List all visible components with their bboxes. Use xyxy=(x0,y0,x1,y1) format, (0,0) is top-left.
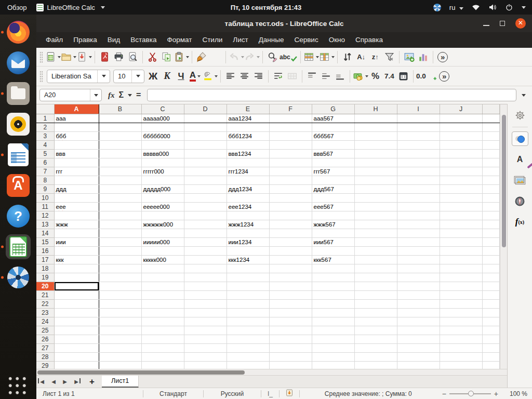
cell-A8[interactable] xyxy=(54,176,99,184)
cell-A16[interactable] xyxy=(54,246,99,255)
sort-button[interactable] xyxy=(340,50,354,64)
cell-D27[interactable] xyxy=(184,343,227,352)
undo-button[interactable] xyxy=(229,50,244,64)
cell-H6[interactable] xyxy=(354,158,397,167)
cell-F24[interactable] xyxy=(269,317,312,326)
cell-D3[interactable] xyxy=(184,131,227,140)
cell-I6[interactable] xyxy=(397,158,440,167)
language-indicator[interactable]: Русский xyxy=(204,390,261,397)
sidebar-navigator-icon[interactable] xyxy=(512,194,528,208)
cell-E1[interactable]: aaa1234 xyxy=(227,114,269,123)
cell-E28[interactable] xyxy=(227,352,269,361)
zoom-level[interactable]: 100 % xyxy=(503,390,532,397)
cell-A20[interactable] xyxy=(54,282,99,290)
cell-D2[interactable] xyxy=(184,123,227,131)
find-replace-button[interactable] xyxy=(265,50,280,64)
cell-C23[interactable] xyxy=(141,308,184,317)
cell-A10[interactable] xyxy=(54,193,99,202)
col-header-I[interactable]: I xyxy=(397,104,440,114)
cell-J19[interactable] xyxy=(440,273,482,282)
cell-G13[interactable]: жжж567 xyxy=(312,220,354,229)
zoom-out-icon[interactable]: − xyxy=(442,390,446,398)
col-header-F[interactable]: F xyxy=(269,104,312,114)
align-center-button[interactable] xyxy=(237,69,251,84)
spreadsheet-grid[interactable]: ABCDEFGHIJ1aaaaaaaa000aaa1234aaa56723ббб… xyxy=(36,104,500,369)
cell-G1[interactable]: aaa567 xyxy=(312,114,354,123)
cell-B24[interactable] xyxy=(99,317,141,326)
cell-C1[interactable]: aaaaa000 xyxy=(141,114,184,123)
cell-C6[interactable] xyxy=(141,158,184,167)
row-header-28[interactable]: 28 xyxy=(36,352,54,361)
clone-formatting-button[interactable] xyxy=(195,50,209,64)
cell-D20[interactable] xyxy=(184,282,227,290)
cell-E10[interactable] xyxy=(227,193,269,202)
cell-F2[interactable] xyxy=(269,123,312,131)
copy-button[interactable] xyxy=(159,50,174,64)
row-header-6[interactable]: 6 xyxy=(36,158,54,167)
cell-J7[interactable] xyxy=(440,167,482,176)
cell-J11[interactable] xyxy=(440,202,482,211)
cell-E22[interactable] xyxy=(227,299,269,308)
cell-J8[interactable] xyxy=(440,176,482,184)
menu-Формат[interactable]: Формат xyxy=(162,32,197,48)
sheet-tab-Лист1[interactable]: Лист1 xyxy=(102,376,139,388)
paste-button[interactable] xyxy=(174,50,189,64)
cell-C9[interactable]: ддддд000 xyxy=(141,184,184,193)
font-name-dropdown[interactable] xyxy=(97,70,110,83)
sidebar-functions-icon[interactable]: f(x) xyxy=(512,215,528,229)
cell-J23[interactable] xyxy=(440,308,482,317)
cell-E27[interactable] xyxy=(227,343,269,352)
cell-I9[interactable] xyxy=(397,184,440,193)
cell-C2[interactable] xyxy=(141,123,184,131)
cell-E19[interactable] xyxy=(227,273,269,282)
cell-F21[interactable] xyxy=(269,290,312,299)
cell-G21[interactable] xyxy=(312,290,354,299)
cell-H3[interactable] xyxy=(354,131,397,140)
cell-E5[interactable]: ввв1234 xyxy=(227,149,269,158)
dock-item-software[interactable]: A xyxy=(6,173,31,198)
cell-B11[interactable] xyxy=(99,202,141,211)
vertical-scrollbar-thumb[interactable] xyxy=(502,115,506,247)
cell-B10[interactable] xyxy=(99,193,141,202)
cell-G10[interactable] xyxy=(312,193,354,202)
cell-B12[interactable] xyxy=(99,211,141,220)
cell-D6[interactable] xyxy=(184,158,227,167)
cell-D25[interactable] xyxy=(184,326,227,335)
print-button[interactable] xyxy=(112,50,126,64)
cell-G4[interactable] xyxy=(312,140,354,149)
toolbar-drag-handle[interactable] xyxy=(39,51,43,63)
cell-D5[interactable] xyxy=(184,149,227,158)
dock-item-writer[interactable] xyxy=(6,142,31,167)
cell-G24[interactable] xyxy=(312,317,354,326)
col-header-A[interactable]: A xyxy=(54,104,99,114)
cell-E11[interactable]: еее1234 xyxy=(227,202,269,211)
cell-C13[interactable]: жжжжж000 xyxy=(141,220,184,229)
cell-B25[interactable] xyxy=(99,326,141,335)
cell-D19[interactable] xyxy=(184,273,227,282)
save-dropdown-icon[interactable] xyxy=(89,56,92,58)
font-color-button[interactable]: A xyxy=(188,69,202,84)
row-header-27[interactable]: 27 xyxy=(36,343,54,352)
cell-G27[interactable] xyxy=(312,343,354,352)
cell-B20[interactable] xyxy=(99,282,141,290)
cell-A4[interactable] xyxy=(54,140,99,149)
cell-E25[interactable] xyxy=(227,326,269,335)
cell-I14[interactable] xyxy=(397,229,440,237)
menu-Сервис[interactable]: Сервис xyxy=(289,32,323,48)
cell-G5[interactable]: ввв567 xyxy=(312,149,354,158)
row-header-7[interactable]: 7 xyxy=(36,167,54,176)
cell-C16[interactable] xyxy=(141,246,184,255)
menu-Стили[interactable]: Стили xyxy=(197,32,228,48)
cell-I23[interactable] xyxy=(397,308,440,317)
cell-G17[interactable]: ккк567 xyxy=(312,255,354,264)
cell-I15[interactable] xyxy=(397,237,440,246)
cell-H10[interactable] xyxy=(354,193,397,202)
align-bottom-button[interactable] xyxy=(333,69,347,84)
cell-J3[interactable] xyxy=(440,131,482,140)
cell-J18[interactable] xyxy=(440,264,482,273)
cell-C18[interactable] xyxy=(141,264,184,273)
cell-E16[interactable] xyxy=(227,246,269,255)
col-header-B[interactable]: B xyxy=(99,104,141,114)
cell-G11[interactable]: еее567 xyxy=(312,202,354,211)
row-header-15[interactable]: 15 xyxy=(36,237,54,246)
